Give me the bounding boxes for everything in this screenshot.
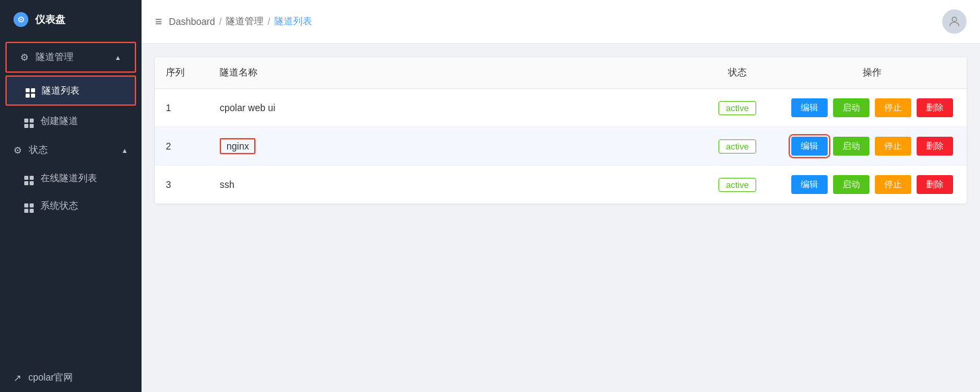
status-badge: active <box>718 139 756 154</box>
row-2-name: nginx <box>209 127 697 166</box>
delete-button-3[interactable]: 删除 <box>917 175 953 194</box>
table-row: 3 ssh active 编辑 启动 停止 删除 <box>155 166 967 204</box>
row-1-name: cpolar web ui <box>209 89 697 127</box>
row-3-status: active <box>697 166 778 204</box>
grid-icon-create-tunnel <box>24 114 34 128</box>
breadcrumb-current: 隧道列表 <box>274 15 312 28</box>
table-row: 2 nginx active 编辑 启动 停止 删除 <box>155 127 967 166</box>
chevron-up-icon: ▲ <box>115 54 121 61</box>
tunnel-management-label: 隧道管理 <box>36 51 73 63</box>
row-3-index: 3 <box>155 166 209 204</box>
row-1-status: active <box>697 89 778 127</box>
topbar: ≡ Dashboard / 隧道管理 / 隧道列表 <box>142 0 980 44</box>
stop-button-3[interactable]: 停止 <box>875 175 911 194</box>
tunnel-list-label: 隧道列表 <box>42 85 80 97</box>
start-button-2[interactable]: 启动 <box>833 137 869 156</box>
col-name: 隧道名称 <box>209 57 697 89</box>
topbar-right <box>942 9 967 34</box>
row-3-name: ssh <box>209 166 697 204</box>
tunnel-list-table-card: 序列 隧道名称 状态 操作 1 cpolar web ui acti <box>155 57 967 203</box>
breadcrumb-home[interactable]: Dashboard <box>169 16 216 27</box>
status-icon: ⚙ <box>13 145 22 156</box>
row-2-index: 2 <box>155 127 209 166</box>
sidebar-group-header-status[interactable]: ⚙ 状态 ▲ <box>0 136 142 164</box>
topbar-left: ≡ Dashboard / 隧道管理 / 隧道列表 <box>155 15 312 29</box>
main-content: ≡ Dashboard / 隧道管理 / 隧道列表 序列 隧道名称 <box>142 0 980 392</box>
start-button-1[interactable]: 启动 <box>833 98 869 117</box>
start-button-3[interactable]: 启动 <box>833 175 869 194</box>
delete-button-2[interactable]: 删除 <box>917 137 953 156</box>
status-badge: active <box>718 178 756 192</box>
breadcrumb: Dashboard / 隧道管理 / 隧道列表 <box>169 15 312 28</box>
sidebar-item-online-tunnel-list[interactable]: 在线隧道列表 <box>0 164 142 192</box>
user-avatar-icon[interactable] <box>942 9 967 34</box>
col-actions: 操作 <box>778 57 967 89</box>
grid-icon-online <box>24 171 34 185</box>
sidebar-logo[interactable]: ⊙ 仪表盘 <box>0 0 142 39</box>
sidebar-group-status-left: ⚙ 状态 <box>13 144 48 156</box>
sidebar: ⊙ 仪表盘 ⚙ 隧道管理 ▲ 隧道列表 创建隧道 <box>0 0 142 392</box>
sidebar-group-tunnel-management: ⚙ 隧道管理 ▲ 隧道列表 创建隧道 <box>0 39 142 135</box>
svg-point-0 <box>952 17 957 22</box>
action-buttons: 编辑 启动 停止 删除 <box>789 137 956 156</box>
row-3-actions: 编辑 启动 停止 删除 <box>778 166 967 204</box>
tunnel-table: 序列 隧道名称 状态 操作 1 cpolar web ui acti <box>155 57 967 203</box>
stop-button-1[interactable]: 停止 <box>875 98 911 117</box>
edit-button-2[interactable]: 编辑 <box>791 137 828 156</box>
create-tunnel-label: 创建隧道 <box>40 115 78 127</box>
action-buttons: 编辑 启动 停止 删除 <box>789 98 956 117</box>
sidebar-group-header-tunnel-management[interactable]: ⚙ 隧道管理 ▲ <box>5 42 136 73</box>
tunnel-name-highlighted: nginx <box>220 138 255 154</box>
chevron-up-icon-status: ▲ <box>121 147 128 154</box>
status-badge: active <box>718 101 756 115</box>
cpolar-label: cpolar官网 <box>28 372 73 384</box>
sidebar-item-create-tunnel[interactable]: 创建隧道 <box>0 107 142 135</box>
row-1-actions: 编辑 启动 停止 删除 <box>778 89 967 127</box>
col-index: 序列 <box>155 57 209 89</box>
delete-button-1[interactable]: 删除 <box>917 98 953 117</box>
breadcrumb-parent[interactable]: 隧道管理 <box>226 15 264 28</box>
dashboard-icon: ⊙ <box>13 12 28 27</box>
online-tunnel-list-label: 在线隧道列表 <box>40 172 97 185</box>
breadcrumb-sep1: / <box>219 16 222 27</box>
hamburger-icon[interactable]: ≡ <box>155 15 162 29</box>
status-label: 状态 <box>29 144 48 156</box>
stop-button-2[interactable]: 停止 <box>875 137 911 156</box>
sidebar-item-cpolar[interactable]: ↗ cpolar官网 <box>0 364 142 392</box>
col-status: 状态 <box>697 57 778 89</box>
content-area: 序列 隧道名称 状态 操作 1 cpolar web ui acti <box>142 44 980 392</box>
sidebar-group-status: ⚙ 状态 ▲ 在线隧道列表 系统状态 <box>0 136 142 220</box>
grid-icon-tunnel-list <box>26 84 35 98</box>
edit-button-1[interactable]: 编辑 <box>791 98 828 117</box>
table-row: 1 cpolar web ui active 编辑 启动 停止 <box>155 89 967 127</box>
sidebar-item-system-status[interactable]: 系统状态 <box>0 192 142 220</box>
sidebar-item-tunnel-list[interactable]: 隧道列表 <box>5 75 136 106</box>
external-link-icon: ↗ <box>13 372 22 383</box>
table-header-row: 序列 隧道名称 状态 操作 <box>155 57 967 89</box>
grid-icon-system <box>24 199 34 213</box>
settings-icon: ⚙ <box>20 52 29 63</box>
sidebar-logo-label: 仪表盘 <box>35 13 65 26</box>
edit-button-3[interactable]: 编辑 <box>791 175 828 194</box>
action-buttons: 编辑 启动 停止 删除 <box>789 175 956 194</box>
sidebar-group-header-left: ⚙ 隧道管理 <box>20 51 73 63</box>
row-2-status: active <box>697 127 778 166</box>
row-2-actions: 编辑 启动 停止 删除 <box>778 127 967 166</box>
row-1-index: 1 <box>155 89 209 127</box>
breadcrumb-sep2: / <box>268 16 270 27</box>
system-status-label: 系统状态 <box>40 200 78 212</box>
